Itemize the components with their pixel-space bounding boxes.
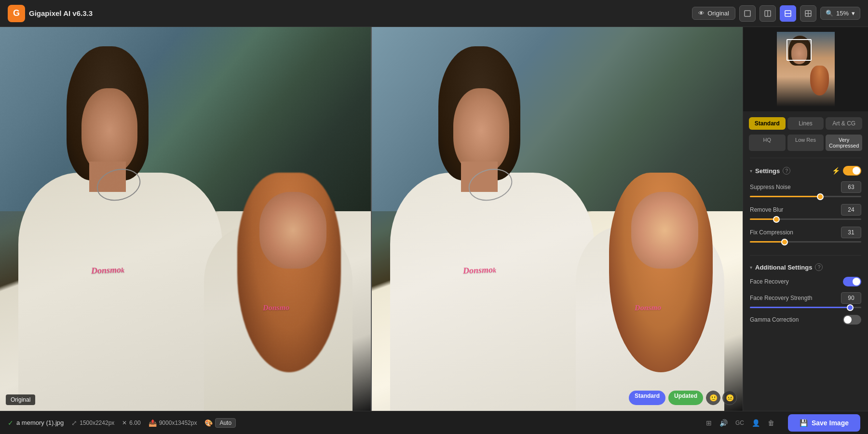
original-button[interactable]: 👁 Original — [692, 7, 735, 20]
save-image-button[interactable]: 💾 Save Image — [788, 414, 860, 432]
topbar: G Gigapixel AI v6.3.3 👁 Original 🔍 15% ▾ — [0, 0, 868, 27]
output-res-value: 9000x13452px — [159, 420, 197, 426]
auto-badge: Auto — [215, 418, 236, 428]
settings-toggle[interactable] — [843, 166, 861, 176]
face-recovery-row: Face Recovery — [750, 277, 861, 286]
image-panel: Donsmok Donsmo Original — [0, 27, 743, 411]
lightning-icon: ⚡ — [832, 167, 840, 175]
face-recovery-strength-fill — [750, 307, 850, 308]
gamma-correction-toggle[interactable] — [843, 315, 861, 325]
model-tab-artcg[interactable]: Art & CG — [826, 117, 862, 130]
chevron-down-icon: ▾ — [852, 10, 855, 17]
model-tab-lines[interactable]: Lines — [787, 117, 824, 130]
bottom-badges: Standard Updated 🙂 😐 — [629, 391, 737, 405]
person-icon: 👤 — [752, 419, 760, 427]
trash-icon-item[interactable]: 🗑 — [768, 419, 774, 427]
additional-settings-header[interactable]: ▾ Additional Settings ? — [750, 263, 861, 271]
settings-title: Settings — [755, 167, 780, 175]
fix-compression-thumb[interactable] — [781, 239, 788, 245]
fix-compression-slider[interactable] — [750, 241, 861, 243]
input-res-item: ⤢ 1500x2242px — [71, 419, 114, 427]
output-res-icon: 📤 — [149, 419, 157, 427]
remove-blur-slider[interactable] — [750, 218, 861, 220]
fix-compression-setting: Fix Compression 31 — [750, 227, 861, 243]
face-recovery-strength-slider[interactable] — [750, 307, 861, 308]
eye-icon: 👁 — [698, 10, 705, 17]
additional-settings-title: Additional Settings — [755, 264, 812, 271]
model-tabs: Standard Lines Art & CG — [743, 111, 868, 133]
filename: a memory (1).jpg — [16, 419, 64, 426]
original-image-pane: Donsmok Donsmo Original — [0, 27, 371, 411]
suppress-noise-fill — [750, 196, 820, 197]
check-icon: ✓ — [8, 419, 14, 427]
suppress-noise-slider[interactable] — [750, 196, 861, 197]
view-split-h-button[interactable] — [780, 5, 796, 22]
face-recovery-strength-label: Face Recovery Strength — [750, 295, 812, 301]
view-controls: 👁 Original 🔍 15% ▾ — [692, 5, 860, 22]
auto-item[interactable]: 🎨 Auto — [204, 418, 236, 428]
processed-image-pane: Donsmok Donsmo Standard Updated 🙂 😐 — [371, 27, 743, 411]
thumbnail-image — [777, 32, 835, 107]
gamma-correction-row: Gamma Correction — [750, 315, 861, 325]
original-label: Original — [6, 394, 35, 405]
settings-header[interactable]: ▾ Settings ? ⚡ — [750, 166, 861, 176]
view-split-v-button[interactable] — [760, 5, 776, 22]
stack-icon-item: ⊞ — [706, 419, 712, 427]
view-single-button[interactable] — [739, 5, 756, 22]
scale-item: ✕ 6.00 — [122, 420, 140, 426]
input-res-value: 1500x2242px — [80, 420, 114, 426]
face-recovery-strength-value[interactable]: 90 — [841, 292, 861, 304]
additional-settings-help-icon[interactable]: ? — [815, 263, 823, 271]
sub-tab-lowres[interactable]: Low Res — [787, 135, 824, 151]
fix-compression-value[interactable]: 31 — [841, 227, 861, 238]
svg-rect-0 — [745, 11, 750, 16]
happy-emoji-button[interactable]: 🙂 — [706, 391, 720, 405]
sub-tab-hq[interactable]: HQ — [749, 135, 786, 151]
right-panel: Standard Lines Art & CG HQ Low Res Very … — [743, 27, 868, 411]
logo-icon: G — [8, 5, 25, 22]
bottom-bar: ✓ a memory (1).jpg ⤢ 1500x2242px ✕ 6.00 … — [0, 411, 868, 434]
thumbnail-area — [743, 27, 868, 111]
suppress-noise-setting: Suppress Noise 63 — [750, 181, 861, 197]
divider-2 — [750, 255, 861, 256]
suppress-noise-value[interactable]: 63 — [841, 181, 861, 193]
additional-settings-chevron-icon: ▾ — [750, 265, 752, 270]
suppress-noise-label: Suppress Noise — [750, 184, 791, 190]
save-btn-area: 💾 Save Image — [782, 414, 860, 432]
sub-tab-compressed[interactable]: Very Compressed — [826, 135, 862, 151]
model-tab-standard[interactable]: Standard — [749, 117, 786, 130]
divider-1 — [750, 158, 861, 158]
remove-blur-thumb[interactable] — [773, 216, 780, 223]
fix-compression-label: Fix Compression — [750, 229, 793, 236]
scale-value: 6.00 — [129, 420, 140, 426]
neutral-emoji-button[interactable]: 😐 — [722, 391, 737, 405]
remove-blur-label: Remove Blur — [750, 206, 783, 213]
file-check: ✓ a memory (1).jpg — [8, 419, 64, 427]
output-res-item: 📤 9000x13452px — [149, 419, 197, 427]
stack-icon: ⊞ — [706, 419, 712, 427]
face-recovery-strength-thumb[interactable] — [847, 304, 854, 311]
fix-compression-fill — [750, 241, 785, 243]
face-recovery-toggle[interactable] — [843, 277, 861, 286]
face-recovery-label: Face Recovery — [750, 278, 789, 285]
settings-section: ▾ Settings ? ⚡ Suppress Noise 63 — [743, 162, 868, 253]
standard-badge: Standard — [629, 391, 665, 405]
gc-label: GC — [735, 420, 744, 426]
app-logo: G Gigapixel AI v6.3.3 — [8, 5, 93, 22]
emoji-buttons: 🙂 😐 — [706, 391, 737, 405]
remove-blur-value[interactable]: 24 — [841, 204, 861, 216]
remove-blur-fill — [750, 218, 776, 220]
zoom-control[interactable]: 🔍 15% ▾ — [820, 7, 860, 20]
remove-blur-setting: Remove Blur 24 — [750, 204, 861, 220]
zoom-icon: 🔍 — [826, 10, 833, 17]
settings-help-icon[interactable]: ? — [783, 167, 790, 175]
main-area: Donsmok Donsmo Original — [0, 27, 868, 411]
view-quad-button[interactable] — [800, 5, 816, 22]
palette-icon: 🎨 — [204, 419, 213, 427]
suppress-noise-thumb[interactable] — [817, 193, 824, 200]
photo-figures: Donsmok Donsmo — [0, 27, 371, 411]
updated-badge: Updated — [668, 391, 703, 405]
person-icon-item: 👤 — [752, 419, 760, 427]
volume-icon-item: 🔊 — [719, 419, 728, 427]
trash-icon: 🗑 — [768, 419, 774, 427]
